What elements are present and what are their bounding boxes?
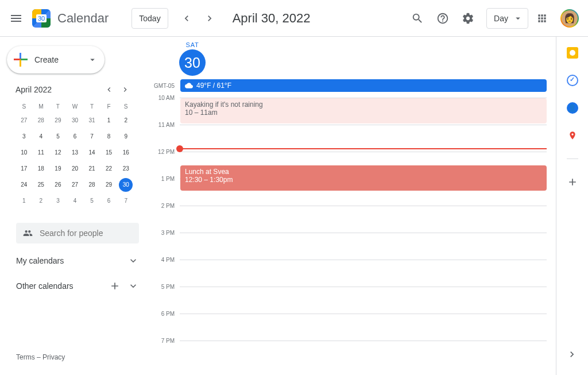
hour-gridline	[180, 314, 547, 314]
mini-cal-day[interactable]: 2	[119, 114, 133, 127]
prev-day-button[interactable]	[175, 7, 198, 30]
chevron-left-icon	[181, 13, 192, 24]
create-button[interactable]: Create	[7, 46, 105, 74]
hamburger-icon	[9, 11, 23, 25]
keep-icon	[567, 47, 578, 59]
privacy-link[interactable]: Privacy	[42, 353, 65, 361]
mini-cal-day[interactable]: 5	[51, 130, 65, 144]
hour-label: 2 PM	[161, 203, 175, 209]
chevron-down-icon	[127, 280, 139, 292]
hide-side-panel-button[interactable]	[560, 343, 583, 366]
hour-label: 12 PM	[158, 149, 175, 155]
today-button[interactable]: Today	[131, 8, 168, 29]
mini-cal-day[interactable]: 25	[34, 178, 48, 192]
mini-cal-day[interactable]: 28	[85, 178, 99, 192]
svg-point-0	[571, 133, 573, 135]
mini-cal-day[interactable]: 21	[85, 162, 99, 176]
timezone-label: GMT-05	[154, 83, 175, 89]
mini-cal-day[interactable]: 7	[85, 130, 99, 144]
mini-cal-prev[interactable]	[105, 83, 118, 96]
mini-cal-day[interactable]: 4	[34, 130, 48, 144]
apps-button[interactable]	[531, 7, 554, 30]
mini-cal-day[interactable]: 7	[119, 194, 133, 208]
mini-cal-day[interactable]: 23	[119, 162, 133, 176]
keep-app-button[interactable]	[561, 41, 584, 64]
mini-cal-dow: S	[16, 101, 33, 113]
mini-cal-day[interactable]: 16	[119, 146, 133, 160]
mini-cal-day[interactable]: 31	[85, 114, 99, 127]
mini-cal-dow: W	[67, 101, 84, 113]
mini-cal-day[interactable]: 17	[17, 162, 31, 176]
mini-cal-day[interactable]: 27	[17, 114, 31, 127]
settings-button[interactable]	[457, 7, 479, 30]
search-people-input[interactable]	[40, 229, 132, 238]
mini-cal-day[interactable]: 29	[102, 178, 116, 192]
chevron-down-icon	[127, 255, 139, 266]
side-panel: 👤	[556, 37, 588, 375]
day-number[interactable]: 30	[179, 49, 206, 76]
mini-cal-day[interactable]: 5	[85, 194, 99, 208]
hour-gridline	[180, 125, 547, 125]
search-icon	[411, 12, 424, 25]
view-switcher[interactable]: Day	[486, 8, 528, 29]
add-addon-button[interactable]	[561, 171, 584, 194]
mini-cal-day[interactable]: 4	[68, 194, 82, 208]
mini-cal-day[interactable]: 27	[68, 178, 82, 192]
hour-label: 10 AM	[158, 95, 175, 101]
mini-cal-day[interactable]: 10	[17, 146, 31, 160]
tasks-app-button[interactable]	[561, 69, 584, 92]
mini-cal-day[interactable]: 3	[17, 130, 31, 144]
mini-cal-day[interactable]: 13	[68, 146, 82, 160]
mini-cal-day[interactable]: 24	[17, 178, 31, 192]
event-lunch[interactable]: Lunch at Svea 12:30 – 1:30pm	[180, 165, 547, 191]
hour-label: 6 PM	[161, 311, 175, 317]
mini-cal-day[interactable]: 30	[119, 178, 133, 192]
search-people-field[interactable]	[16, 223, 139, 243]
contacts-app-button[interactable]: 👤	[561, 96, 584, 119]
mini-cal-day[interactable]: 12	[51, 146, 65, 160]
mini-cal-day[interactable]: 15	[102, 146, 116, 160]
mini-cal-day[interactable]: 26	[51, 178, 65, 192]
gear-icon	[462, 12, 474, 25]
event-kayaking[interactable]: Kayaking if it's not raining 10 – 11am	[180, 98, 547, 123]
other-calendars-section[interactable]: Other calendars	[5, 273, 142, 299]
mini-cal-day[interactable]: 6	[102, 194, 116, 208]
next-day-button[interactable]	[198, 7, 221, 30]
search-button[interactable]	[406, 7, 429, 30]
app-title: Calendar	[57, 11, 109, 26]
mini-cal-day[interactable]: 2	[34, 194, 48, 208]
mini-cal-day[interactable]: 20	[68, 162, 82, 176]
mini-cal-day[interactable]: 28	[34, 114, 48, 127]
plus-icon[interactable]	[109, 280, 121, 292]
hour-label: 1 PM	[161, 176, 175, 182]
mini-cal-day[interactable]: 11	[34, 146, 48, 160]
maps-app-button[interactable]	[561, 124, 584, 147]
mini-cal-dow: M	[33, 101, 50, 113]
help-button[interactable]	[431, 7, 454, 30]
mini-cal-day[interactable]: 30	[68, 114, 82, 127]
chevron-left-icon	[105, 85, 114, 94]
mini-cal-day[interactable]: 8	[102, 130, 116, 144]
mini-cal-day[interactable]: 14	[85, 146, 99, 160]
mini-cal-next[interactable]	[121, 83, 134, 96]
calendar-logo: 30	[30, 7, 53, 30]
account-avatar[interactable]: 👩	[560, 9, 579, 28]
hour-gridline	[180, 260, 547, 260]
mini-cal-day[interactable]: 1	[102, 114, 116, 127]
hour-gridline	[180, 206, 547, 206]
hour-gridline	[180, 233, 547, 233]
my-calendars-section[interactable]: My calendars	[5, 248, 142, 273]
terms-link[interactable]: Terms	[16, 353, 35, 361]
weather-allday-event[interactable]: 49°F / 61°F	[180, 79, 547, 92]
mini-cal-day[interactable]: 9	[119, 130, 133, 144]
mini-cal-day[interactable]: 29	[51, 114, 65, 127]
mini-cal-dow: S	[117, 101, 134, 113]
mini-cal-day[interactable]: 1	[17, 194, 31, 208]
mini-cal-day[interactable]: 19	[51, 162, 65, 176]
footer-links: Terms – Privacy	[5, 346, 142, 368]
mini-cal-day[interactable]: 6	[68, 130, 82, 144]
mini-cal-day[interactable]: 18	[34, 162, 48, 176]
main-menu-button[interactable]	[5, 7, 28, 30]
mini-cal-day[interactable]: 3	[51, 194, 65, 208]
mini-cal-day[interactable]: 22	[102, 162, 116, 176]
